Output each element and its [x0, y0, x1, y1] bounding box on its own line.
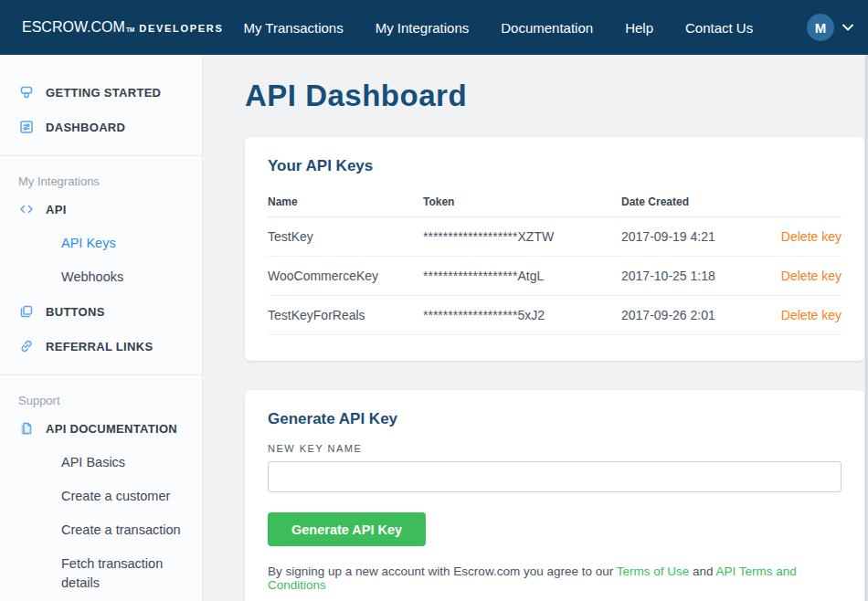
api-keys-heading: Your API Keys [268, 157, 842, 175]
sidebar-item-label: GETTING STARTED [46, 86, 161, 100]
sidebar: GETTING STARTED DASHBOARD My Integration… [0, 55, 203, 601]
avatar[interactable]: M [807, 14, 834, 41]
delete-key-link[interactable]: Delete key [781, 308, 842, 322]
delete-key-link[interactable]: Delete key [781, 269, 842, 283]
key-date: 2017-09-19 4:21 [621, 217, 767, 257]
new-key-name-label: NEW KEY NAME [268, 443, 842, 454]
sidebar-item-label: BUTTONS [46, 305, 105, 319]
table-header-row: Name Token Date Created [268, 190, 842, 217]
terms-middle: and [689, 564, 715, 578]
key-name: TestKeyForReals [268, 296, 423, 335]
sidebar-item-api-keys[interactable]: API Keys [0, 227, 202, 260]
sidebar-divider [0, 374, 202, 375]
generate-api-key-button[interactable]: Generate API Key [268, 512, 426, 546]
logo-developers: DEVELOPERS [139, 23, 223, 34]
key-name: WooCommerceKey [268, 257, 423, 296]
key-date: 2017-09-26 2:01 [621, 296, 767, 335]
key-token: *******************5xJ2 [423, 296, 621, 335]
sidebar-item-label: API DOCUMENTATION [46, 422, 177, 436]
account-menu: M [807, 14, 857, 41]
table-row: WooCommerceKey *******************AtgL 2… [268, 257, 842, 296]
nav-documentation[interactable]: Documentation [501, 20, 593, 36]
key-name: TestKey [268, 217, 423, 257]
sidebar-section-my-integrations: My Integrations [0, 167, 202, 192]
column-header-token: Token [423, 190, 621, 217]
sidebar-item-api-documentation[interactable]: API DOCUMENTATION [0, 411, 202, 446]
table-row: TestKeyForReals *******************5xJ2 … [268, 296, 842, 335]
key-date: 2017-10-25 1:18 [621, 257, 767, 296]
chevron-down-icon[interactable] [842, 24, 857, 31]
sidebar-item-api[interactable]: API [0, 192, 202, 227]
sidebar-divider [0, 155, 202, 156]
sidebar-item-referral-links[interactable]: REFERRAL LINKS [0, 329, 202, 364]
page-title: API Dashboard [245, 79, 864, 113]
code-icon [18, 201, 35, 217]
dashboard-icon [18, 119, 35, 135]
buttons-icon [18, 303, 35, 320]
terms-text: By signing up a new account with Escrow.… [268, 564, 842, 592]
getting-started-icon [18, 84, 35, 100]
sidebar-item-webhooks[interactable]: Webhooks [0, 260, 202, 294]
link-icon [18, 338, 35, 354]
generate-key-card: Generate API Key NEW KEY NAME Generate A… [245, 390, 864, 601]
sidebar-item-getting-started[interactable]: GETTING STARTED [0, 75, 202, 110]
sidebar-item-label: API [46, 203, 67, 216]
new-key-name-input[interactable] [268, 461, 842, 492]
sidebar-section-support: Support [0, 386, 202, 411]
column-header-date-created: Date Created [621, 190, 767, 217]
terms-prefix: By signing up a new account with Escrow.… [268, 564, 617, 578]
delete-key-link[interactable]: Delete key [781, 229, 842, 244]
nav-contact-us[interactable]: Contact Us [685, 20, 753, 36]
column-header-name: Name [268, 190, 423, 217]
nav-my-integrations[interactable]: My Integrations [376, 20, 470, 36]
sidebar-item-dashboard[interactable]: DASHBOARD [0, 110, 202, 144]
escrow-developers-logo[interactable]: ESCROW.COMTMDEVELOPERS [22, 19, 223, 36]
primary-nav: My Transactions My Integrations Document… [243, 20, 753, 36]
nav-my-transactions[interactable]: My Transactions [243, 20, 343, 36]
key-token: *******************XZTW [423, 217, 621, 257]
column-header-actions [767, 190, 842, 217]
table-row: TestKey *******************XZTW 2017-09-… [268, 217, 842, 257]
logo-trademark: TM [126, 26, 134, 33]
sidebar-item-fetch-transaction-details[interactable]: Fetch transaction details [0, 547, 192, 600]
generate-key-heading: Generate API Key [268, 410, 842, 428]
terms-of-use-link[interactable]: Terms of Use [617, 564, 690, 578]
sidebar-item-api-basics[interactable]: API Basics [0, 446, 202, 480]
sidebar-item-create-a-transaction[interactable]: Create a transaction [0, 513, 202, 547]
nav-help[interactable]: Help [625, 20, 653, 36]
sidebar-item-buttons[interactable]: BUTTONS [0, 294, 202, 329]
main-content: API Dashboard Your API Keys Name Token D… [203, 55, 868, 601]
document-icon [18, 420, 35, 437]
key-token: *******************AtgL [423, 257, 621, 296]
sidebar-item-label: REFERRAL LINKS [46, 340, 153, 353]
api-keys-table: Name Token Date Created TestKey ********… [268, 190, 842, 335]
sidebar-item-create-a-customer[interactable]: Create a customer [0, 480, 202, 513]
api-keys-card: Your API Keys Name Token Date Created Te… [245, 137, 864, 361]
logo-brand: ESCROW.COM [22, 19, 125, 36]
top-navbar: ESCROW.COMTMDEVELOPERS My Transactions M… [0, 0, 868, 55]
sidebar-item-label: DASHBOARD [46, 121, 125, 134]
